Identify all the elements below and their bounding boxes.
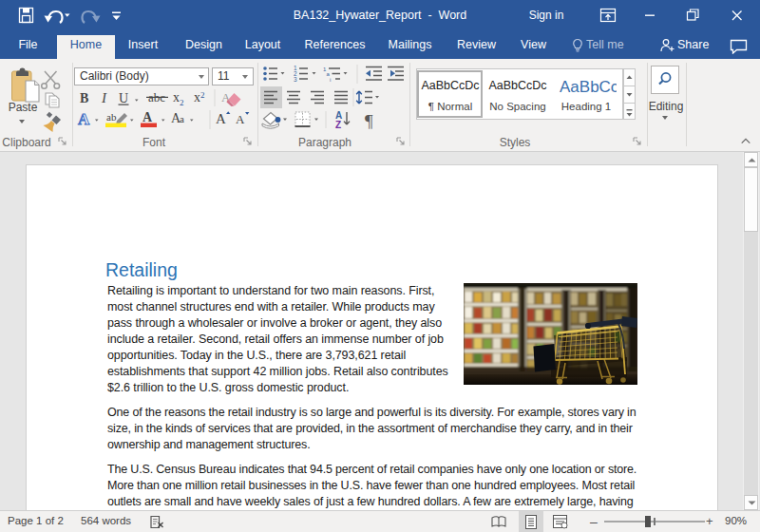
svg-text:x: x	[173, 90, 180, 104]
svg-text:A: A	[236, 112, 245, 126]
svg-text:A: A	[216, 111, 226, 126]
svg-text:2: 2	[200, 90, 205, 100]
svg-text:i: i	[330, 77, 331, 83]
svg-text:U: U	[119, 91, 128, 105]
svg-text:3: 3	[294, 76, 297, 83]
svg-text:a: a	[180, 113, 184, 124]
svg-text:B: B	[80, 91, 88, 105]
svg-text:A: A	[78, 110, 90, 128]
svg-text:I: I	[101, 90, 107, 105]
svg-text:¶: ¶	[365, 111, 373, 131]
svg-text:x: x	[194, 90, 200, 104]
svg-text:A: A	[142, 110, 153, 124]
svg-text:Z: Z	[335, 120, 341, 130]
svg-text:2: 2	[180, 98, 184, 107]
svg-text:ab: ab	[106, 111, 117, 123]
